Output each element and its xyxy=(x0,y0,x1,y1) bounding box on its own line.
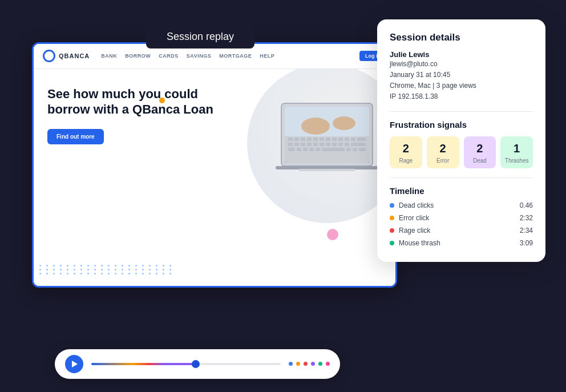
playbar-dot-2 xyxy=(296,362,300,366)
session-details-card: Session details Julie Lewis jlewis@pluto… xyxy=(377,19,545,262)
nav-cards[interactable]: CARDS xyxy=(159,53,179,59)
svg-rect-10 xyxy=(332,138,337,141)
svg-rect-23 xyxy=(338,143,343,146)
brand-name: QBANCA xyxy=(59,52,90,59)
session-replay-text: Session replay xyxy=(167,31,234,42)
timeline-time-rage: 2:34 xyxy=(520,227,533,235)
user-name: Julie Lewis xyxy=(390,50,533,59)
hero-cta-button[interactable]: Find out more xyxy=(47,129,104,144)
svg-rect-4 xyxy=(294,138,299,141)
timeline-dead-clicks: Dead clicks 0.46 xyxy=(390,201,533,209)
hero-title: See how much you could borrow with a QBa… xyxy=(47,86,219,118)
svg-point-37 xyxy=(333,116,355,130)
svg-rect-28 xyxy=(303,148,308,151)
card-title: Session details xyxy=(390,32,533,43)
timeline-label-dead: Dead clicks xyxy=(399,201,520,209)
brand-logo: QBANCA xyxy=(43,50,90,62)
frustration-error: 2 Error xyxy=(427,136,459,168)
timeline-dot-rage xyxy=(390,228,394,233)
progress-bar[interactable] xyxy=(91,363,281,365)
progress-fill xyxy=(91,363,196,365)
svg-rect-12 xyxy=(345,138,349,141)
frustration-rage-count: 2 xyxy=(403,142,409,155)
svg-rect-22 xyxy=(332,143,337,146)
svg-rect-26 xyxy=(288,148,295,151)
timeline-dot-dead xyxy=(390,203,394,208)
frustration-title: Frustration signals xyxy=(390,120,533,130)
timeline-time-error: 2:32 xyxy=(520,214,533,222)
svg-rect-18 xyxy=(307,143,312,146)
svg-rect-3 xyxy=(288,138,293,141)
svg-rect-29 xyxy=(309,148,314,151)
hero-right xyxy=(233,69,395,286)
playbar-dot-1 xyxy=(289,362,293,366)
timeline-error-click: Error click 2:32 xyxy=(390,214,533,222)
nav-mortgage[interactable]: MORTGAGE xyxy=(219,53,252,59)
svg-rect-30 xyxy=(316,148,320,151)
frustration-grid: 2 Rage 2 Error 2 Dead 1 Thrashes xyxy=(390,136,533,168)
timeline-label-rage: Rage click xyxy=(399,227,520,235)
nav-borrow[interactable]: BORROW xyxy=(125,53,151,59)
session-replay-label: Session replay xyxy=(146,25,254,49)
playbar-dot-6 xyxy=(326,362,330,366)
user-browser: Chrome, Mac | 3 page views xyxy=(390,82,476,90)
svg-rect-39 xyxy=(298,169,355,171)
dot-grid: // We'll render dots via JS below xyxy=(39,265,174,274)
scene: Session replay QBANCA BANK BORROW CARDS … xyxy=(9,8,557,385)
timeline-time-thrash: 3:09 xyxy=(520,239,533,247)
timeline-time-dead: 0.46 xyxy=(520,201,533,209)
frustration-error-count: 2 xyxy=(440,142,446,155)
hero-section: See how much you could borrow with a QBa… xyxy=(34,69,395,286)
frustration-error-label: Error xyxy=(436,157,449,164)
divider-2 xyxy=(390,177,533,178)
svg-rect-25 xyxy=(351,143,365,146)
nav-bank[interactable]: BANK xyxy=(101,53,117,59)
svg-rect-31 xyxy=(322,148,345,151)
svg-rect-34 xyxy=(359,148,366,151)
svg-rect-6 xyxy=(307,138,312,141)
laptop-svg xyxy=(264,92,390,195)
playbar-dot-3 xyxy=(304,362,308,366)
playbar-dot-4 xyxy=(311,362,315,366)
svg-point-36 xyxy=(301,118,330,135)
svg-rect-14 xyxy=(357,138,366,141)
hero-left: See how much you could borrow with a QBa… xyxy=(34,69,233,286)
play-button[interactable] xyxy=(65,355,83,373)
playbar-dots xyxy=(289,362,330,366)
svg-rect-24 xyxy=(345,143,349,146)
playbar xyxy=(55,349,340,379)
timeline-title: Timeline xyxy=(390,186,533,196)
play-icon xyxy=(72,361,78,367)
brand-circle-icon xyxy=(43,50,55,62)
svg-rect-17 xyxy=(301,143,305,146)
svg-rect-32 xyxy=(346,148,351,151)
browser-mockup: QBANCA BANK BORROW CARDS SAVINGS MORTGAG… xyxy=(32,42,397,288)
pulse-dot-yellow xyxy=(159,98,165,103)
svg-rect-8 xyxy=(320,138,324,141)
progress-thumb xyxy=(192,360,200,368)
svg-rect-33 xyxy=(353,148,357,151)
user-email: jlewis@pluto.co xyxy=(390,60,438,68)
svg-rect-13 xyxy=(351,138,355,141)
frustration-rage: 2 Rage xyxy=(390,136,422,168)
svg-rect-21 xyxy=(326,143,330,146)
svg-rect-16 xyxy=(294,143,299,146)
frustration-thrash-count: 1 xyxy=(514,142,520,155)
svg-rect-11 xyxy=(338,138,343,141)
frustration-dead-count: 2 xyxy=(476,142,483,155)
frustration-thrash: 1 Thrashes xyxy=(500,136,533,168)
nav-savings[interactable]: SAVINGS xyxy=(187,53,211,59)
svg-rect-20 xyxy=(320,143,324,146)
timeline-rage-click: Rage click 2:34 xyxy=(390,227,533,235)
user-meta: jlewis@pluto.co January 31 at 10:45 Chro… xyxy=(390,59,533,103)
timeline-dot-thrash xyxy=(390,241,394,245)
svg-rect-19 xyxy=(313,143,318,146)
divider-1 xyxy=(390,111,533,112)
nav-help[interactable]: HELP xyxy=(260,53,274,59)
timeline-label-thrash: Mouse thrash xyxy=(399,239,520,247)
laptop-image xyxy=(247,69,395,223)
svg-rect-5 xyxy=(301,138,305,141)
svg-rect-9 xyxy=(326,138,330,141)
frustration-dead-label: Dead xyxy=(473,157,487,164)
timeline-mouse-thrash: Mouse thrash 3:09 xyxy=(390,239,533,247)
